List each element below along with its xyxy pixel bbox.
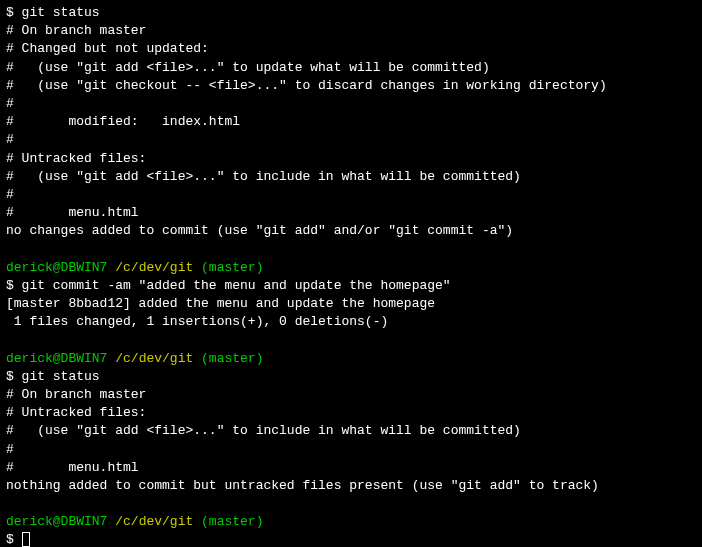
status-line: # On branch master xyxy=(6,386,696,404)
output-line: 1 files changed, 1 insertions(+), 0 dele… xyxy=(6,313,696,331)
status-line: # xyxy=(6,131,696,149)
prompt-branch: (master) xyxy=(193,260,263,275)
status-line: nothing added to commit but untracked fi… xyxy=(6,477,696,495)
prompt-path: /c/dev/git xyxy=(107,514,193,529)
status-line: # Untracked files: xyxy=(6,404,696,422)
status-line: # xyxy=(6,95,696,113)
blank-line xyxy=(6,240,696,258)
shell-prompt: derick@DBWIN7 /c/dev/git (master) xyxy=(6,350,696,368)
output-line: [master 8bbad12] added the menu and upda… xyxy=(6,295,696,313)
status-line: # (use "git checkout -- <file>..." to di… xyxy=(6,77,696,95)
shell-prompt: derick@DBWIN7 /c/dev/git (master) xyxy=(6,513,696,531)
prompt-user: derick@DBWIN7 xyxy=(6,514,107,529)
command-input-line[interactable]: $ xyxy=(6,531,696,547)
command-line: $ git commit -am "added the menu and upd… xyxy=(6,277,696,295)
shell-prompt: derick@DBWIN7 /c/dev/git (master) xyxy=(6,259,696,277)
prompt-user: derick@DBWIN7 xyxy=(6,351,107,366)
status-line: # Changed but not updated: xyxy=(6,40,696,58)
prompt-path: /c/dev/git xyxy=(107,351,193,366)
prompt-branch: (master) xyxy=(193,351,263,366)
blank-line xyxy=(6,331,696,349)
blank-line xyxy=(6,495,696,513)
status-line: # Untracked files: xyxy=(6,150,696,168)
status-line: # xyxy=(6,441,696,459)
status-line: # modified: index.html xyxy=(6,113,696,131)
cursor-icon xyxy=(22,532,30,547)
status-line: # xyxy=(6,186,696,204)
status-line: # On branch master xyxy=(6,22,696,40)
terminal-output: $ git status # On branch master # Change… xyxy=(6,4,696,547)
command-line: $ git status xyxy=(6,4,696,22)
status-line: # (use "git add <file>..." to update wha… xyxy=(6,59,696,77)
prompt-user: derick@DBWIN7 xyxy=(6,260,107,275)
status-line: no changes added to commit (use "git add… xyxy=(6,222,696,240)
prompt-branch: (master) xyxy=(193,514,263,529)
status-line: # (use "git add <file>..." to include in… xyxy=(6,168,696,186)
status-line: # (use "git add <file>..." to include in… xyxy=(6,422,696,440)
status-line: # menu.html xyxy=(6,204,696,222)
command-line: $ git status xyxy=(6,368,696,386)
status-line: # menu.html xyxy=(6,459,696,477)
prompt-path: /c/dev/git xyxy=(107,260,193,275)
prompt-dollar: $ xyxy=(6,532,22,547)
